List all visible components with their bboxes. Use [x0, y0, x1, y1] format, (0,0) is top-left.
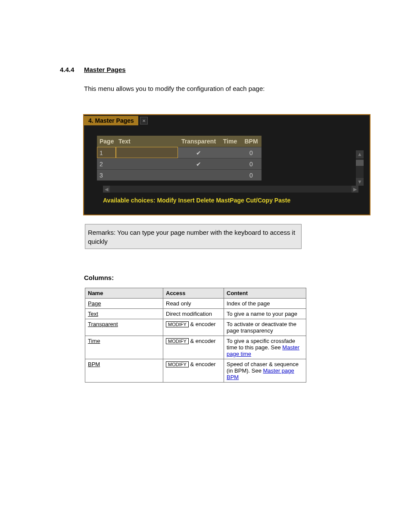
th-access: Access	[163, 288, 224, 299]
col-content: Index of the page	[224, 299, 306, 309]
th-name: Name	[85, 288, 163, 299]
col-content: To activate or deactivate the page trans…	[224, 319, 306, 336]
scroll-up-icon[interactable]: ▲	[356, 150, 364, 158]
remarks-box: Remarks: You can type your page number w…	[85, 224, 302, 249]
cell-text[interactable]	[116, 169, 178, 180]
master-pages-panel: 4. Master Pages ✕ Page Text Transparent …	[83, 114, 371, 215]
col-header-text[interactable]: Text	[116, 136, 178, 147]
section-title: Master Pages	[84, 66, 126, 73]
cell-text[interactable]	[116, 147, 178, 158]
col-content: To give a specific crossfade time to thi…	[224, 336, 306, 359]
col-access: MODIFY & encoder	[163, 336, 224, 359]
cell-time[interactable]	[219, 158, 241, 169]
scrollbar-thumb[interactable]	[356, 160, 364, 166]
panel-tab-label[interactable]: 4. Master Pages	[84, 116, 138, 125]
th-content: Content	[224, 288, 306, 299]
scroll-right-icon[interactable]: ▶	[352, 186, 358, 193]
col-content: Speed of chaser & sequence (in BPM). See…	[224, 359, 306, 383]
cell-bpm[interactable]: 0	[241, 158, 262, 169]
scroll-left-icon[interactable]: ◀	[103, 186, 110, 193]
col-header-time[interactable]: Time	[219, 136, 241, 147]
col-name: Page	[88, 300, 101, 307]
columns-label: Columns:	[84, 274, 114, 281]
cell-page[interactable]: 3	[97, 169, 116, 180]
cell-transparent[interactable]: ✔	[178, 147, 219, 158]
table-row: Text Direct modification To give a name …	[85, 309, 306, 319]
section-number: 4.4.4	[60, 66, 74, 73]
close-icon[interactable]: ✕	[140, 117, 148, 124]
cell-text[interactable]	[116, 158, 178, 169]
table-row: Page Read only Index of the page	[85, 299, 306, 309]
col-access: Read only	[163, 299, 224, 309]
cell-bpm[interactable]: 0	[241, 147, 262, 158]
col-access: Direct modification	[163, 309, 224, 319]
col-content: To give a name to your page	[224, 309, 306, 319]
intro-text: This menu allows you to modify the confi…	[84, 84, 360, 93]
col-name: Time	[88, 338, 100, 344]
table-row: Transparent MODIFY & encoder To activate…	[85, 319, 306, 336]
col-header-page[interactable]: Page	[97, 136, 116, 147]
col-header-transparent[interactable]: Transparent	[178, 136, 219, 147]
cell-page[interactable]: 1	[97, 147, 116, 158]
columns-table: Name Access Content Page Read only Index…	[85, 288, 306, 383]
cell-transparent[interactable]	[178, 169, 219, 180]
cell-time[interactable]	[219, 169, 241, 180]
cell-transparent[interactable]: ✔	[178, 158, 219, 169]
col-name: BPM	[88, 361, 100, 367]
col-name: Text	[88, 311, 98, 317]
cell-page[interactable]: 2	[97, 158, 116, 169]
col-header-bpm[interactable]: BPM	[241, 136, 262, 147]
horizontal-scrollbar[interactable]: ◀ ▶	[103, 186, 358, 193]
table-row: Time MODIFY & encoder To give a specific…	[85, 336, 306, 359]
available-choices: Available choices: Modify Insert Delete …	[103, 197, 367, 204]
modify-button[interactable]: MODIFY	[166, 321, 189, 327]
modify-button[interactable]: MODIFY	[166, 361, 189, 367]
col-access: MODIFY & encoder	[163, 319, 224, 336]
cell-bpm[interactable]: 0	[241, 169, 262, 180]
col-access: MODIFY & encoder	[163, 359, 224, 383]
modify-button[interactable]: MODIFY	[166, 338, 189, 344]
scroll-down-icon[interactable]: ▼	[356, 178, 364, 186]
col-name: Transparent	[88, 321, 118, 327]
master-pages-grid: Page Text Transparent Time BPM 1 ✔ 0 2 ✔…	[97, 136, 262, 180]
table-row: BPM MODIFY & encoder Speed of chaser & s…	[85, 359, 306, 383]
cell-time[interactable]	[219, 147, 241, 158]
